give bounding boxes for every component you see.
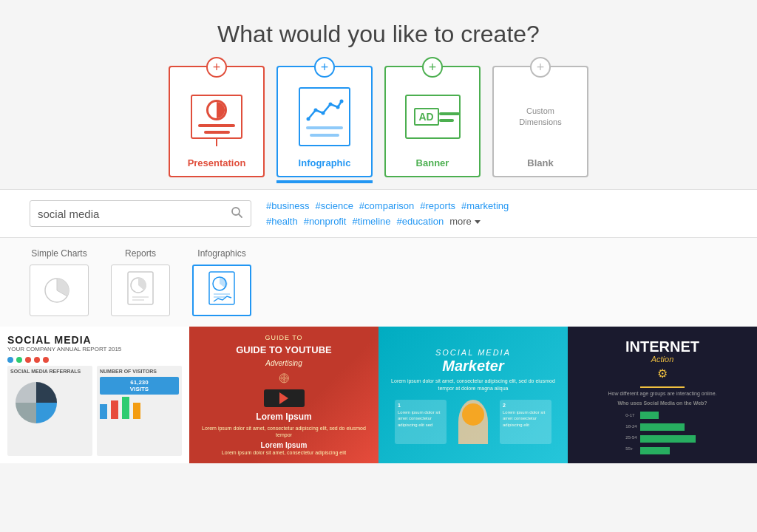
thumb-social-media-marketer[interactable]: SOCIAL MEDIA Marketer Lorem ipsum dolor …	[378, 327, 568, 463]
tag-nonprofit[interactable]: #nonprofit	[304, 216, 347, 227]
t3-columns: 1 Lorem ipsum dolor sit amet consectetur…	[395, 400, 551, 444]
t1-body: SOCIAL MEDIA REFERRALS NUMBER OF VISITOR…	[7, 366, 182, 456]
filter-thumb-simple-charts	[30, 265, 89, 316]
infographic-label: Infographic	[299, 157, 351, 168]
thumbnails-section: SOCIAL MEDIA YOUR COMPANY ANNUAL REPORT …	[0, 327, 757, 463]
plus-icon-custom: +	[530, 57, 551, 78]
filter-label-simple-charts: Simple Charts	[31, 248, 86, 259]
t4-bars	[640, 410, 699, 456]
tab-indicator-presentation	[169, 180, 265, 183]
thumb-3-content: SOCIAL MEDIA Marketer Lorem ipsum dolor …	[378, 327, 568, 463]
tags-row-1: #business #science #comparison #reports …	[266, 200, 509, 211]
svg-rect-24	[133, 403, 140, 419]
filter-thumb-reports	[111, 265, 170, 316]
tag-comparison[interactable]: #comparison	[359, 200, 414, 211]
t4-sub: Action	[651, 355, 674, 364]
t4-who: Who uses Social Media on the Web?	[617, 400, 707, 406]
banner-icon-area: AD	[399, 83, 466, 150]
template-cards-container: + Presentation +	[15, 66, 742, 177]
svg-rect-31	[640, 423, 685, 431]
t3-col-2: 2 Lorem ipsum dolor sit amet consectetur…	[500, 400, 551, 444]
svg-point-3	[328, 102, 332, 106]
filter-thumb-infographics	[192, 265, 251, 316]
t1-sub: YOUR COMPANY ANNUAL REPORT 2015	[7, 346, 182, 352]
svg-rect-21	[100, 404, 107, 419]
presentation-label: Presentation	[188, 157, 246, 168]
dot-3	[25, 357, 31, 363]
t4-desc: How different age groups are interacting…	[608, 391, 717, 396]
template-card-infographic[interactable]: + Infographic	[276, 66, 373, 177]
template-card-presentation[interactable]: + Presentation	[169, 66, 265, 177]
search-icon	[230, 205, 243, 222]
svg-marker-8	[475, 220, 481, 224]
thumb-1-content: SOCIAL MEDIA YOUR COMPANY ANNUAL REPORT …	[0, 327, 189, 463]
search-box[interactable]	[30, 200, 251, 227]
tag-health[interactable]: #health	[266, 216, 298, 227]
t2-body-text: Lorem ipsum dolor sit amet, consectetur …	[197, 425, 371, 438]
svg-rect-33	[640, 447, 670, 454]
dot-5	[43, 357, 49, 363]
banner-line-2	[439, 119, 454, 122]
tag-science[interactable]: #science	[316, 200, 353, 211]
t1-col-1: SOCIAL MEDIA REFERRALS	[7, 366, 92, 456]
tag-education[interactable]: #education	[397, 216, 444, 227]
tag-timeline[interactable]: #timeline	[352, 216, 390, 227]
thumb-2-content: GUIDE TO GUIDE TO YOUTUBE Advertising Lo…	[189, 327, 378, 463]
t2-body-text-2: Lorem ipsum dolor sit amet, consectetur …	[222, 449, 346, 456]
t2-sub: Advertising	[265, 359, 302, 367]
svg-rect-23	[122, 397, 129, 419]
thumb-internet-action[interactable]: INTERNET Action ⚙ How different age grou…	[568, 327, 757, 463]
t1-dots	[7, 357, 182, 363]
tags-row-2: #health #nonprofit #timeline #education …	[266, 216, 509, 227]
t2-lorem: Lorem Ipsum	[256, 412, 311, 422]
t2-guide: GUIDE TO	[265, 334, 302, 341]
filter-label-reports: Reports	[125, 248, 156, 259]
tab-indicator-banner	[384, 180, 481, 183]
tab-indicator-custom	[492, 180, 588, 183]
banner-ad-text: AD	[414, 108, 439, 126]
t2-lorem-2: Lorem Ipsum	[261, 441, 308, 449]
tag-reports[interactable]: #reports	[420, 200, 455, 211]
template-card-custom[interactable]: + Custom Dimensions Blank	[492, 66, 588, 177]
thumb-social-media-annual[interactable]: SOCIAL MEDIA YOUR COMPANY ANNUAL REPORT …	[0, 327, 189, 463]
presentation-icon-area	[183, 83, 250, 150]
t1-col-2: NUMBER OF VISITORS 61,230VISITS	[97, 366, 182, 456]
svg-point-5	[339, 99, 343, 103]
search-input[interactable]	[38, 208, 230, 220]
banner-lines	[439, 112, 460, 122]
custom-icon: Custom Dimensions	[513, 95, 568, 139]
svg-point-4	[336, 105, 339, 109]
dot-4	[34, 357, 40, 363]
custom-text: Custom Dimensions	[519, 106, 561, 129]
svg-rect-22	[111, 400, 118, 419]
template-card-banner[interactable]: + AD Banner	[384, 66, 481, 177]
custom-icon-area: Custom Dimensions	[507, 83, 574, 150]
filter-label-infographics: Infographics	[197, 248, 245, 259]
filter-simple-charts[interactable]: Simple Charts	[30, 248, 89, 316]
filter-reports[interactable]: Reports	[111, 248, 170, 316]
t3-col-1: 1 Lorem ipsum dolor sit amet consectetur…	[395, 400, 447, 444]
tag-business[interactable]: #business	[266, 200, 310, 211]
tag-marketing[interactable]: #marketing	[461, 200, 509, 211]
t3-title: SOCIAL MEDIA Marketer	[435, 346, 511, 375]
banner-icon: AD	[405, 95, 461, 139]
svg-rect-30	[640, 412, 659, 419]
t3-person	[451, 400, 495, 444]
info-line-1	[306, 126, 343, 129]
t4-ages: 0-17 18-24 25-54 55+	[625, 410, 637, 456]
t2-title: GUIDE TO YOUTUBE	[236, 344, 332, 356]
plus-icon-banner: +	[422, 57, 443, 78]
t3-desc: Lorem ipsum dolor sit amet, consectetur …	[386, 378, 560, 392]
filter-infographics[interactable]: Infographics	[192, 248, 251, 316]
t2-video-thumb	[264, 389, 305, 407]
presentation-icon	[191, 95, 242, 139]
filter-section: Simple Charts Reports Infographics	[0, 238, 757, 327]
thumb-youtube-guide[interactable]: GUIDE TO GUIDE TO YOUTUBE Advertising Lo…	[189, 327, 378, 463]
header-section: What would you like to create? + Present…	[0, 0, 757, 183]
more-button[interactable]: more	[449, 216, 482, 227]
infographic-icon-area	[291, 83, 358, 150]
dot-1	[7, 357, 13, 363]
infographic-icon	[299, 87, 350, 146]
banner-label: Banner	[416, 157, 449, 168]
svg-line-7	[239, 214, 242, 217]
